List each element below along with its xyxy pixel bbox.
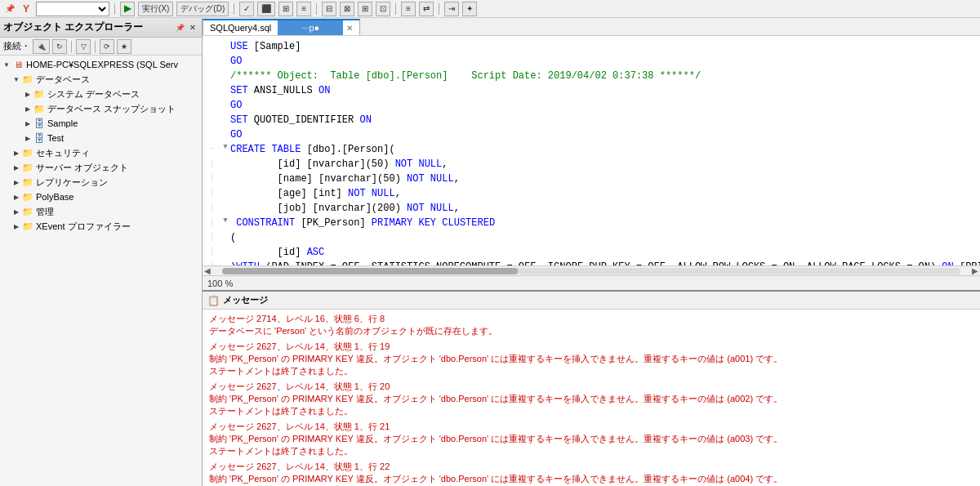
xevent-expander: ▶ (11, 221, 21, 231)
test-db-icon: 🗄 (33, 132, 46, 145)
layout-icon2[interactable]: ⊠ (340, 2, 354, 16)
top-toolbar: 📌 Y Sample ▶ 実行(X) デバッグ(D) ✓ ⬛ ⊞ ≡ ⊟ ⊠ ⊞… (0, 0, 980, 18)
oe-close-btn[interactable]: ✕ (187, 22, 198, 33)
gutter-16: │ (204, 260, 220, 265)
messages-content[interactable]: メッセージ 2714、レベル 16、状態 6、行 8 データベースに 'Pers… (203, 310, 980, 486)
management-label: 管理 (36, 206, 54, 218)
format-icon2[interactable]: ⇄ (419, 2, 434, 16)
oe-title: オブジェクト エクスプローラー (3, 20, 143, 34)
msg-3-header: メッセージ 2627、レベル 14、状態 1、行 20 (209, 381, 973, 393)
scroll-left-btn[interactable]: ◀ (203, 266, 212, 275)
line-3-content: /****** Object: Table [dbo].[Person] Scr… (230, 69, 978, 83)
code-line-14: │ ( (203, 230, 980, 245)
msg-4-body-2: ステートメントは終了されました。 (209, 445, 973, 457)
scrollbar-track[interactable] (222, 268, 960, 274)
gutter-15: │ (204, 245, 220, 258)
gutter-5 (204, 98, 220, 100)
layout-icon1[interactable]: ⊟ (322, 2, 336, 16)
exp-13[interactable]: ▼ (220, 216, 230, 227)
oe-reload-btn[interactable]: ⟳ (100, 39, 114, 54)
scroll-right-btn[interactable]: ▶ (970, 266, 980, 275)
object-explorer-panel: オブジェクト エクスプローラー 📌 ✕ 接続・ 🔌 ↻ ▽ ⟳ ★ ▼ 🖥 HO… (0, 18, 203, 486)
oe-sep1 (71, 41, 72, 52)
execute-label[interactable]: 実行(X) (138, 2, 173, 16)
toolbar-sql-icon: Y (20, 2, 33, 16)
misc-icon[interactable]: ✦ (462, 2, 477, 16)
sep5 (439, 3, 439, 15)
system-dbs-expander: ▶ (23, 89, 33, 99)
editor-tab[interactable]: SQLQuery4.sql ···p● ✕ (203, 19, 360, 35)
test-db-label: Test (47, 133, 64, 143)
format-icon1[interactable]: ≡ (401, 2, 416, 16)
oe-refresh-btn[interactable]: ↻ (52, 39, 67, 54)
server-expander: ▼ (2, 60, 11, 69)
tree-item-management[interactable]: ▶ 📁 管理 (0, 204, 202, 219)
tree-item-test-db[interactable]: ▶ 🗄 Test (0, 131, 202, 145)
msg-2-body-1: 制約 'PK_Person' の PRIMARY KEY 違反。オブジェクト '… (209, 353, 973, 365)
execute-button[interactable]: ▶ (120, 2, 135, 16)
code-line-5: GO (203, 98, 980, 113)
tree-item-server[interactable]: ▼ 🖥 HOME-PC¥SQLEXPRESS (SQL Serv (0, 57, 202, 72)
code-line-9: │ [id] [nvarchar](50) NOT NULL, (203, 157, 980, 172)
zoom-level: 100 % (207, 279, 233, 288)
messages-title: メッセージ (223, 294, 268, 306)
layout-icon4[interactable]: ⊡ (376, 2, 390, 16)
editor-content[interactable]: USE [Sample] GO /****** Object: Table [d… (203, 36, 980, 265)
server-icon: 🖥 (11, 58, 24, 71)
gutter-14: │ (204, 230, 220, 243)
db-snapshots-icon: 📁 (33, 102, 46, 115)
messages-panel: 📋 メッセージ メッセージ 2714、レベル 16、状態 6、行 8 データベー… (203, 290, 980, 486)
code-line-16: │ )WITH (PAD_INDEX = OFF, STATISTICS_NOR… (203, 260, 980, 265)
msg-1-body: データベースに 'Person' という名前のオブジェクトが既に存在します。 (209, 325, 973, 337)
debug-label[interactable]: デバッグ(D) (176, 2, 229, 16)
stop-icon[interactable]: ⬛ (257, 2, 275, 16)
tree-item-databases[interactable]: ▼ 📁 データベース (0, 72, 202, 87)
database-dropdown[interactable]: Sample (36, 2, 109, 16)
oe-pin-btn[interactable]: 📌 (174, 22, 185, 33)
check-icon[interactable]: ✓ (239, 2, 254, 16)
tree-item-system-dbs[interactable]: ▶ 📁 システム データベース (0, 87, 202, 101)
code-line-4: SET ANSI_NULLS ON (203, 83, 980, 98)
tab-bar: SQLQuery4.sql ···p● ✕ (203, 18, 980, 36)
oe-star-btn[interactable]: ★ (117, 39, 131, 54)
tab-highlight: ···p● (278, 20, 343, 35)
scrollbar-thumb[interactable] (222, 268, 518, 274)
tree-item-polybase[interactable]: ▶ 📁 PolyBase (0, 189, 202, 204)
line-1-content: USE [Sample] (230, 39, 978, 54)
exp-8[interactable]: ▼ (220, 142, 230, 154)
msg-4-header: メッセージ 2627、レベル 14、状態 1、行 21 (209, 421, 973, 433)
databases-label: データベース (36, 74, 90, 86)
line-12-content: [job] [nvarchar](200) NOT NULL, (230, 201, 978, 216)
layout-icon3[interactable]: ⊞ (358, 2, 372, 16)
indent-icon[interactable]: ⇥ (444, 2, 459, 16)
oe-sep2 (95, 41, 96, 52)
tree-item-xevent[interactable]: ▶ 📁 XEvent プロファイラー (0, 219, 202, 234)
messages-icon: 📋 (207, 295, 220, 306)
oe-filter-btn[interactable]: ▽ (76, 39, 91, 54)
tree-item-security[interactable]: ▶ 📁 セキュリティ (0, 145, 202, 160)
oe-tree: ▼ 🖥 HOME-PC¥SQLEXPRESS (SQL Serv ▼ 📁 データ… (0, 56, 202, 486)
security-expander: ▶ (11, 148, 21, 158)
code-editor[interactable]: USE [Sample] GO /****** Object: Table [d… (203, 36, 980, 275)
line-13-content: CONSTRAINT [PK_Person] PRIMARY KEY CLUST… (230, 216, 978, 230)
gutter-8: ─ (204, 142, 220, 155)
msg-4-body-1: 制約 'PK_Person' の PRIMARY KEY 違反。オブジェクト '… (209, 433, 973, 445)
oe-connect-btn[interactable]: 🔌 (33, 39, 50, 54)
line-5-content: GO (230, 98, 978, 113)
tab-suffix: ···p● (301, 23, 319, 33)
tree-item-server-objects[interactable]: ▶ 📁 サーバー オブジェクト (0, 160, 202, 175)
editor-scrollbar[interactable]: ◀ ▶ (203, 265, 980, 275)
grid-icon[interactable]: ⊞ (278, 2, 293, 16)
xevent-icon: 📁 (21, 220, 34, 233)
tree-item-sample-db[interactable]: ▶ 🗄 Sample (0, 116, 202, 131)
tab-close-btn[interactable]: ✕ (346, 24, 353, 33)
msg-2-header: メッセージ 2627、レベル 14、状態 1、行 19 (209, 341, 973, 353)
msg-block-3: メッセージ 2627、レベル 14、状態 1、行 20 制約 'PK_Perso… (209, 381, 973, 417)
tree-item-replication[interactable]: ▶ 📁 レプリケーション (0, 175, 202, 189)
tree-item-db-snapshots[interactable]: ▶ 📁 データベース スナップショット (0, 101, 202, 116)
code-line-13: │ ▼ CONSTRAINT [PK_Person] PRIMARY KEY C… (203, 216, 980, 230)
sep4 (395, 3, 396, 15)
text-icon[interactable]: ≡ (296, 2, 311, 16)
gutter-3 (204, 69, 220, 70)
main-layout: オブジェクト エクスプローラー 📌 ✕ 接続・ 🔌 ↻ ▽ ⟳ ★ ▼ 🖥 HO… (0, 18, 980, 486)
